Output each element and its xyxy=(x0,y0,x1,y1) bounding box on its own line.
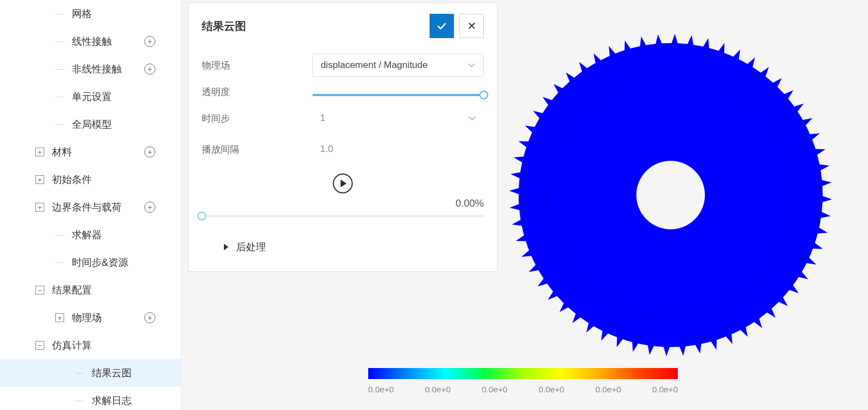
opacity-slider[interactable] xyxy=(312,94,484,96)
tree-item-label: 单元设置 xyxy=(72,90,112,103)
tree-item-label: 非线性接触 xyxy=(72,62,122,76)
check-icon xyxy=(436,20,447,31)
tree-item-label: 求解日志 xyxy=(92,394,132,407)
gear-model[interactable] xyxy=(508,32,834,358)
tree-item[interactable]: 全局模型 xyxy=(0,111,181,138)
expand-toggle[interactable]: + xyxy=(35,203,44,212)
progress-slider[interactable] xyxy=(202,215,484,217)
expand-toggle[interactable]: + xyxy=(55,313,64,322)
close-icon: ✕ xyxy=(467,19,477,33)
tree-item-label: 材料 xyxy=(52,145,72,159)
tree-item[interactable]: 线性接触+ xyxy=(0,28,181,55)
tree-item[interactable]: 结果云图 xyxy=(0,359,181,387)
tree-connector xyxy=(55,262,63,263)
add-icon[interactable]: + xyxy=(144,146,155,157)
tree-item[interactable]: 时间步&资源 xyxy=(0,249,181,276)
tree-item-label: 边界条件与载荷 xyxy=(52,201,122,214)
cancel-button[interactable]: ✕ xyxy=(459,14,484,38)
expand-toggle[interactable]: − xyxy=(35,341,44,350)
tree-item-label: 结果配置 xyxy=(52,283,92,297)
physics-label: 物理场 xyxy=(202,59,312,72)
tree-item[interactable]: 网格 xyxy=(0,0,181,28)
tree-item[interactable]: +边界条件与载荷+ xyxy=(0,193,181,221)
opacity-label: 透明度 xyxy=(202,86,312,98)
tree-item-label: 全局模型 xyxy=(72,118,112,131)
play-icon xyxy=(341,180,347,187)
result-cloud-panel: 结果云图 ✕ 物理场 displacement / Magnitude 透明度 xyxy=(188,2,498,272)
tree-item[interactable]: −仿真计算 xyxy=(0,332,181,359)
confirm-button[interactable] xyxy=(430,14,454,38)
tree-item-label: 初始条件 xyxy=(52,173,92,186)
legend-gradient xyxy=(368,368,678,379)
tree-item-label: 仿真计算 xyxy=(52,339,92,352)
physics-select[interactable]: displacement / Magnitude xyxy=(312,54,484,77)
interval-label: 播放间隔 xyxy=(202,143,312,156)
progress-percent: 0.00% xyxy=(202,198,484,209)
tree-item[interactable]: −结果配置 xyxy=(0,276,181,304)
svg-point-2 xyxy=(519,43,823,347)
play-button[interactable] xyxy=(333,174,353,193)
triangle-right-icon xyxy=(224,244,228,250)
tree-connector xyxy=(55,124,63,125)
tree-connector xyxy=(55,41,63,42)
opacity-slider-thumb[interactable] xyxy=(479,91,488,99)
tree-item-label: 网格 xyxy=(72,7,92,20)
tree-item[interactable]: 单元设置 xyxy=(0,83,181,111)
expand-toggle[interactable]: + xyxy=(35,175,44,184)
tree-item[interactable]: 求解器 xyxy=(0,221,181,249)
tree-connector xyxy=(55,69,63,70)
tree-item-label: 求解器 xyxy=(72,228,102,241)
legend-tick: 0.0e+0 xyxy=(538,385,564,394)
legend-tick: 0.0e+0 xyxy=(482,385,507,394)
tree-item-label: 物理场 xyxy=(72,311,102,324)
chevron-down-icon xyxy=(468,114,476,122)
tree-item[interactable]: +物理场+ xyxy=(0,304,181,332)
legend-tick: 0.0e+0 xyxy=(425,385,451,394)
legend-tick: 0.0e+0 xyxy=(368,385,394,394)
tree-item-label: 时间步&资源 xyxy=(72,256,128,269)
tree-item[interactable]: 非线性接触+ xyxy=(0,55,181,83)
add-icon[interactable]: + xyxy=(144,312,155,323)
add-icon[interactable]: + xyxy=(144,202,155,213)
tree-connector xyxy=(55,14,63,14)
chevron-down-icon xyxy=(468,61,475,69)
tree-item[interactable]: 求解日志 xyxy=(0,387,181,410)
tree-connector xyxy=(75,401,83,401)
expand-toggle[interactable]: − xyxy=(35,286,44,295)
expand-toggle[interactable]: + xyxy=(35,148,44,156)
tree-item[interactable]: +初始条件 xyxy=(0,166,181,193)
postprocess-section[interactable]: 后处理 xyxy=(202,234,484,260)
legend-tick: 0.0e+0 xyxy=(595,385,621,394)
tree-connector xyxy=(55,97,63,97)
legend-tick: 0.0e+0 xyxy=(652,385,678,394)
tree-item-label: 结果云图 xyxy=(92,366,132,380)
tree-item-label: 线性接触 xyxy=(72,35,112,48)
interval-input[interactable] xyxy=(312,138,484,160)
add-icon[interactable]: + xyxy=(144,64,155,75)
sidebar: 网格线性接触+非线性接触+单元设置全局模型+材料++初始条件+边界条件与载荷+求… xyxy=(0,0,181,410)
timestep-select[interactable]: 1 xyxy=(312,107,484,129)
tree-connector xyxy=(75,373,83,374)
progress-slider-thumb[interactable] xyxy=(197,212,206,220)
panel-title: 结果云图 xyxy=(202,19,246,34)
tree-connector xyxy=(55,235,63,235)
timestep-label: 时间步 xyxy=(202,112,312,125)
tree-item[interactable]: +材料+ xyxy=(0,138,181,166)
color-legend: 0.0e+00.0e+00.0e+00.0e+00.0e+00.0e+0 xyxy=(368,368,678,394)
add-icon[interactable]: + xyxy=(144,36,155,47)
